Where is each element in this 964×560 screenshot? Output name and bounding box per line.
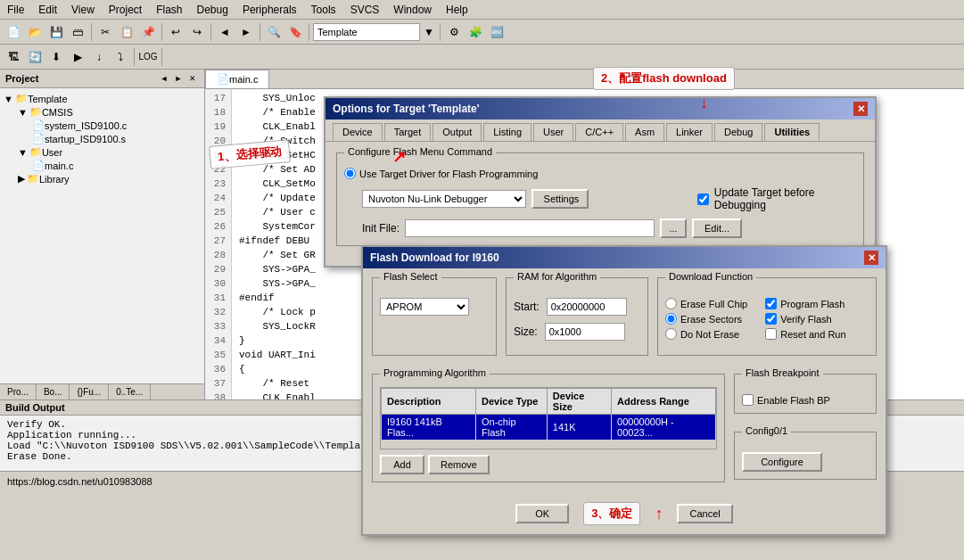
tree-file-icon: 📄 xyxy=(32,119,45,131)
tree-cmsis[interactable]: ▼ 📁 CMSIS xyxy=(4,105,201,119)
sep6 xyxy=(440,23,441,41)
paste-btn[interactable]: 📌 xyxy=(138,22,158,42)
sep2 xyxy=(161,23,162,41)
copy-btn[interactable]: 📋 xyxy=(117,22,136,42)
panel-right-btn[interactable]: ► xyxy=(172,72,185,85)
tree-system-file[interactable]: 📄 system_ISD9100.c xyxy=(4,119,201,132)
code-content: 1718192021222324252627282930313233343536… xyxy=(205,89,964,399)
menu-window[interactable]: Window xyxy=(386,2,439,18)
build-output-panel: Build Output Verify OK.Application runni… xyxy=(0,399,964,471)
save-all-btn[interactable]: 🗃 xyxy=(68,22,87,42)
tree-lib-label: Library xyxy=(39,174,70,185)
second-toolbar: 🏗 🔄 ⬇ ▶ ↓ ⤵ LOG xyxy=(0,45,964,70)
panel-tab-te[interactable]: 0..Te... xyxy=(109,384,151,399)
nav-back-btn[interactable]: ◄ xyxy=(215,22,235,42)
build-btn[interactable]: 🏗 xyxy=(4,47,23,67)
annotation-step3: 3、确定 xyxy=(583,502,640,525)
undo-btn[interactable]: ↩ xyxy=(166,22,185,42)
menu-tools[interactable]: Tools xyxy=(304,2,343,18)
open-btn[interactable]: 📂 xyxy=(25,22,45,42)
status-text: https://blog.csdn.net/u010983088 xyxy=(7,476,152,487)
menu-help[interactable]: Help xyxy=(439,2,475,18)
menu-project[interactable]: Project xyxy=(102,2,149,18)
sep5 xyxy=(309,23,309,41)
panel-tab-pro[interactable]: Pro... xyxy=(0,384,37,399)
tree-root[interactable]: ▼ 📁 Template xyxy=(4,92,201,105)
main-area: Project ◄ ► ✕ ▼ 📁 Template ▼ 📁 CMSIS � xyxy=(0,70,964,399)
debug-btn[interactable]: ▶ xyxy=(68,47,87,67)
tree-root-label: Template xyxy=(28,94,68,104)
build-output-content: Verify OK.Application running...Load "C:… xyxy=(0,416,964,469)
logic-btn[interactable]: LOG xyxy=(138,47,158,67)
cancel-btn[interactable]: Cancel xyxy=(677,504,732,523)
tree-root-icon: 📁 xyxy=(15,93,28,104)
tree-main-c[interactable]: 📄 main.c xyxy=(4,159,201,172)
options-for-target-btn[interactable]: ⚙ xyxy=(444,22,464,42)
main-toolbar: 📄 📂 💾 🗃 ✂ 📋 📌 ↩ ↪ ◄ ► 🔍 🔖 ▼ ⚙ 🧩 🔤 xyxy=(0,20,964,45)
project-panel: Project ◄ ► ✕ ▼ 📁 Template ▼ 📁 CMSIS � xyxy=(0,70,205,399)
tree-user[interactable]: ▼ 📁 User xyxy=(4,145,201,159)
find-btn[interactable]: 🔍 xyxy=(264,22,284,42)
sep7 xyxy=(134,48,135,66)
line-numbers: 1718192021222324252627282930313233343536… xyxy=(205,89,232,399)
code-tab-mainc[interactable]: 📄 main.c xyxy=(205,70,269,89)
tree-mainc-icon: 📄 xyxy=(32,160,45,171)
manage-components-btn[interactable]: 🧩 xyxy=(466,22,485,42)
code-text[interactable]: SYS_Unloc /* Enable CLK_Enabl /* Switch … xyxy=(232,89,323,399)
project-tree: ▼ 📁 Template ▼ 📁 CMSIS 📄 system_ISD9100.… xyxy=(0,88,204,383)
project-panel-title: Project xyxy=(5,73,38,84)
step-over-btn[interactable]: ⤵ xyxy=(111,47,130,67)
target-select[interactable] xyxy=(313,23,420,41)
translate-btn[interactable]: 🔤 xyxy=(487,22,507,42)
target-dropdown-btn[interactable]: ▼ xyxy=(422,22,436,42)
tree-startup-label: startup_ISD9100.s xyxy=(45,134,126,144)
panel-close-btn[interactable]: ✕ xyxy=(186,72,199,85)
save-btn[interactable]: 💾 xyxy=(46,22,66,42)
sep3 xyxy=(210,23,211,41)
menu-file[interactable]: File xyxy=(0,2,31,18)
menu-flash[interactable]: Flash xyxy=(149,2,189,18)
sep8 xyxy=(161,48,162,66)
panel-left-btn[interactable]: ◄ xyxy=(158,72,170,85)
tree-startup-file[interactable]: 📄 startup_ISD9100.s xyxy=(4,132,201,145)
sep4 xyxy=(260,23,260,41)
flash-dialog-buttons: OK 3、确定 ↑ Cancel xyxy=(372,502,877,525)
status-bar: https://blog.csdn.net/u010983088 xyxy=(0,471,964,490)
rebuild-btn[interactable]: 🔄 xyxy=(25,47,45,67)
redo-btn[interactable]: ↪ xyxy=(187,22,207,42)
panel-tab-fu[interactable]: {}Fu... xyxy=(70,384,109,399)
tree-lib-icon: 📁 xyxy=(27,173,39,185)
tree-user-label: User xyxy=(42,147,62,158)
build-output-header: Build Output xyxy=(0,400,964,416)
nav-fwd-btn[interactable]: ► xyxy=(236,22,256,42)
panel-tabs: Pro... Bo... {}Fu... 0..Te... xyxy=(0,383,204,399)
menu-edit[interactable]: Edit xyxy=(31,2,64,18)
code-tab-bar: 📄 main.c xyxy=(205,70,964,89)
sep1 xyxy=(91,23,92,41)
tree-mainc-label: main.c xyxy=(45,161,73,171)
menu-svcs[interactable]: SVCS xyxy=(343,2,387,18)
new-file-btn[interactable]: 📄 xyxy=(4,22,23,42)
cut-btn[interactable]: ✂ xyxy=(95,22,115,42)
step-btn[interactable]: ↓ xyxy=(89,47,109,67)
arrow-3: ↑ xyxy=(655,505,663,523)
project-panel-header: Project ◄ ► ✕ xyxy=(0,70,204,88)
ok-btn[interactable]: OK xyxy=(515,504,569,523)
menu-debug[interactable]: Debug xyxy=(190,2,235,18)
code-tab-label: main.c xyxy=(229,74,258,85)
code-editor: 📄 main.c 1718192021222324252627282930313… xyxy=(205,70,964,399)
menu-bar: File Edit View Project Flash Debug Perip… xyxy=(0,0,964,20)
panel-tab-bo[interactable]: Bo... xyxy=(37,384,70,399)
tree-startup-icon: 📄 xyxy=(32,133,45,144)
menu-view[interactable]: View xyxy=(64,2,102,18)
code-tab-icon: 📄 xyxy=(217,73,229,85)
tree-system-label: system_ISD9100.c xyxy=(45,120,127,131)
tree-library[interactable]: ▶ 📁 Library xyxy=(4,172,201,185)
tree-cmsis-label: CMSIS xyxy=(42,107,73,118)
tree-user-icon: 📁 xyxy=(29,146,42,158)
tree-cmsis-icon: 📁 xyxy=(29,106,42,118)
menu-peripherals[interactable]: Peripherals xyxy=(235,2,304,18)
download-btn[interactable]: ⬇ xyxy=(46,47,66,67)
bookmark-btn[interactable]: 🔖 xyxy=(285,22,305,42)
